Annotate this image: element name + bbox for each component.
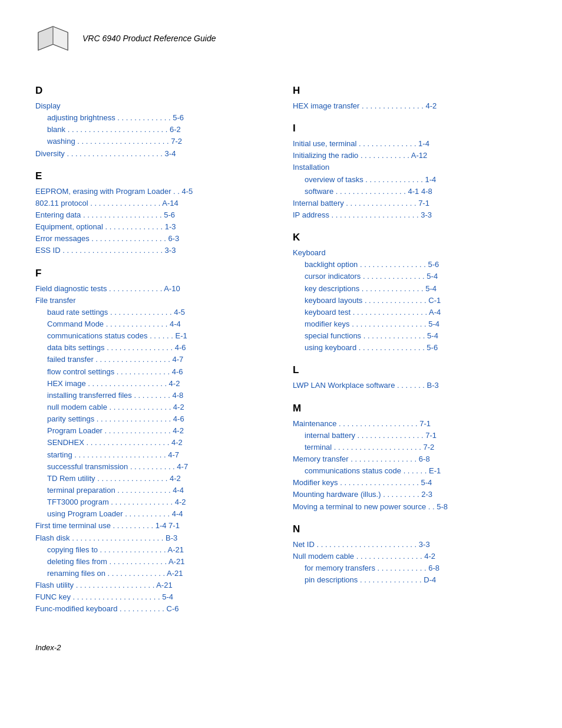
index-section: KKeyboardbacklight option . . . . . . . … bbox=[293, 232, 527, 354]
index-entry: Diversity . . . . . . . . . . . . . . . … bbox=[35, 148, 269, 160]
index-entry: Display bbox=[35, 100, 269, 112]
index-section: LLWP LAN Workplace software . . . . . . … bbox=[293, 364, 527, 391]
index-entry: Keyboard bbox=[293, 247, 527, 259]
index-entry: flow control settings . . . . . . . . . … bbox=[35, 366, 269, 378]
section-letter: K bbox=[293, 232, 527, 243]
document-title: VRC 6940 Product Reference Guide bbox=[82, 34, 216, 43]
index-section: NNet ID . . . . . . . . . . . . . . . . … bbox=[293, 523, 527, 587]
index-entry: installing transferred files . . . . . .… bbox=[35, 390, 269, 401]
index-entry: HEX image . . . . . . . . . . . . . . . … bbox=[35, 378, 269, 390]
index-entry: Mounting hardware (illus.) . . . . . . .… bbox=[293, 489, 527, 500]
right-column: HHEX image transfer . . . . . . . . . . … bbox=[293, 77, 527, 625]
index-entry: TFT3000 program . . . . . . . . . . . . … bbox=[35, 496, 269, 508]
index-section: MMaintenance . . . . . . . . . . . . . .… bbox=[293, 403, 527, 513]
index-entry: washing . . . . . . . . . . . . . . . . … bbox=[35, 136, 269, 147]
index-entry: null modem cable . . . . . . . . . . . .… bbox=[35, 401, 269, 413]
index-entry: Null modem cable . . . . . . . . . . . .… bbox=[293, 551, 527, 562]
index-entry: terminal . . . . . . . . . . . . . . . .… bbox=[293, 442, 527, 453]
index-entry: pin descriptions . . . . . . . . . . . .… bbox=[293, 574, 527, 586]
section-letter: E bbox=[35, 170, 269, 182]
index-entry: communications status code . . . . . . E… bbox=[293, 465, 527, 477]
index-entry: adjusting brightness . . . . . . . . . .… bbox=[35, 112, 269, 124]
index-entry: Func-modified keyboard . . . . . . . . .… bbox=[35, 603, 269, 615]
index-entry: parity settings . . . . . . . . . . . . … bbox=[35, 413, 269, 425]
index-entry: Program Loader . . . . . . . . . . . . .… bbox=[35, 425, 269, 437]
index-entry: SENDHEX . . . . . . . . . . . . . . . . … bbox=[35, 437, 269, 449]
index-entry: Initializing the radio . . . . . . . . .… bbox=[293, 150, 527, 162]
index-content: DDisplayadjusting brightness . . . . . .… bbox=[35, 77, 527, 625]
index-entry: First time terminal use . . . . . . . . … bbox=[35, 520, 269, 532]
index-entry: backlight option . . . . . . . . . . . .… bbox=[293, 259, 527, 271]
index-entry: TD Rem utility . . . . . . . . . . . . .… bbox=[35, 473, 269, 485]
section-letter: L bbox=[293, 364, 527, 376]
index-entry: terminal preparation . . . . . . . . . .… bbox=[35, 485, 269, 496]
index-entry: Equipment, optional . . . . . . . . . . … bbox=[35, 221, 269, 233]
section-letter: F bbox=[35, 268, 269, 279]
index-entry: Initial use, terminal . . . . . . . . . … bbox=[293, 138, 527, 150]
index-section: FField diagnostic tests . . . . . . . . … bbox=[35, 268, 269, 615]
index-entry: key descriptions . . . . . . . . . . . .… bbox=[293, 283, 527, 295]
index-entry: Entering data . . . . . . . . . . . . . … bbox=[35, 209, 269, 221]
book-icon bbox=[35, 24, 71, 53]
index-entry: Flash utility . . . . . . . . . . . . . … bbox=[35, 579, 269, 591]
index-entry: Field diagnostic tests . . . . . . . . .… bbox=[35, 283, 269, 295]
index-entry: internal battery . . . . . . . . . . . .… bbox=[293, 430, 527, 442]
index-entry: IP address . . . . . . . . . . . . . . .… bbox=[293, 209, 527, 221]
index-entry: ESS ID . . . . . . . . . . . . . . . . .… bbox=[35, 245, 269, 256]
page-footer: Index-2 bbox=[35, 643, 527, 652]
section-letter: N bbox=[293, 523, 527, 535]
index-entry: Internal battery . . . . . . . . . . . .… bbox=[293, 197, 527, 209]
index-entry: copying files to . . . . . . . . . . . .… bbox=[35, 544, 269, 556]
index-entry: baud rate settings . . . . . . . . . . .… bbox=[35, 307, 269, 318]
footer-label: Index-2 bbox=[35, 643, 61, 652]
index-entry: for memory transfers . . . . . . . . . .… bbox=[293, 562, 527, 574]
index-entry: renaming files on . . . . . . . . . . . … bbox=[35, 568, 269, 579]
index-entry: HEX image transfer . . . . . . . . . . .… bbox=[293, 100, 527, 112]
index-section: EEEPROM, erasing with Program Loader . .… bbox=[35, 170, 269, 257]
index-entry: data bits settings . . . . . . . . . . .… bbox=[35, 342, 269, 354]
section-letter: I bbox=[293, 123, 527, 134]
index-entry: Installation bbox=[293, 162, 527, 173]
index-entry: keyboard test . . . . . . . . . . . . . … bbox=[293, 307, 527, 318]
section-letter: M bbox=[293, 403, 527, 414]
index-section: DDisplayadjusting brightness . . . . . .… bbox=[35, 85, 269, 160]
section-letter: D bbox=[35, 85, 269, 97]
index-entry: Flash disk . . . . . . . . . . . . . . .… bbox=[35, 532, 269, 544]
index-entry: Net ID . . . . . . . . . . . . . . . . .… bbox=[293, 539, 527, 551]
left-column: DDisplayadjusting brightness . . . . . .… bbox=[35, 77, 269, 625]
svg-marker-2 bbox=[38, 27, 53, 50]
index-entry: modifier keys . . . . . . . . . . . . . … bbox=[293, 318, 527, 330]
index-entry: overview of tasks . . . . . . . . . . . … bbox=[293, 174, 527, 186]
index-entry: cursor indicators . . . . . . . . . . . … bbox=[293, 271, 527, 282]
index-entry: Memory transfer . . . . . . . . . . . . … bbox=[293, 453, 527, 465]
index-entry: deleting files from . . . . . . . . . . … bbox=[35, 556, 269, 568]
index-entry: communications status codes . . . . . . … bbox=[35, 330, 269, 342]
index-entry: Moving a terminal to new power source . … bbox=[293, 501, 527, 513]
section-letter: H bbox=[293, 85, 527, 97]
index-entry: using Program Loader . . . . . . . . . .… bbox=[35, 508, 269, 520]
page-header: VRC 6940 Product Reference Guide bbox=[35, 24, 527, 59]
index-entry: LWP LAN Workplace software . . . . . . .… bbox=[293, 380, 527, 391]
index-entry: File transfer bbox=[35, 295, 269, 307]
index-entry: EEPROM, erasing with Program Loader . . … bbox=[35, 186, 269, 197]
index-entry: Maintenance . . . . . . . . . . . . . . … bbox=[293, 418, 527, 430]
index-entry: Command Mode . . . . . . . . . . . . . .… bbox=[35, 318, 269, 330]
index-entry: starting . . . . . . . . . . . . . . . .… bbox=[35, 449, 269, 461]
index-entry: software . . . . . . . . . . . . . . . .… bbox=[293, 186, 527, 197]
index-entry: keyboard layouts . . . . . . . . . . . .… bbox=[293, 295, 527, 307]
index-entry: using keyboard . . . . . . . . . . . . .… bbox=[293, 342, 527, 354]
index-entry: FUNC key . . . . . . . . . . . . . . . .… bbox=[35, 591, 269, 603]
index-entry: Error messages . . . . . . . . . . . . .… bbox=[35, 233, 269, 245]
index-entry: Modifier keys . . . . . . . . . . . . . … bbox=[293, 477, 527, 489]
index-entry: failed transfer . . . . . . . . . . . . … bbox=[35, 354, 269, 365]
index-section: HHEX image transfer . . . . . . . . . . … bbox=[293, 85, 527, 112]
index-section: IInitial use, terminal . . . . . . . . .… bbox=[293, 123, 527, 221]
index-entry: 802.11 protocol . . . . . . . . . . . . … bbox=[35, 197, 269, 209]
index-entry: special functions . . . . . . . . . . . … bbox=[293, 330, 527, 342]
index-entry: blank . . . . . . . . . . . . . . . . . … bbox=[35, 124, 269, 136]
svg-marker-3 bbox=[53, 27, 68, 50]
index-entry: successful transmission . . . . . . . . … bbox=[35, 461, 269, 473]
